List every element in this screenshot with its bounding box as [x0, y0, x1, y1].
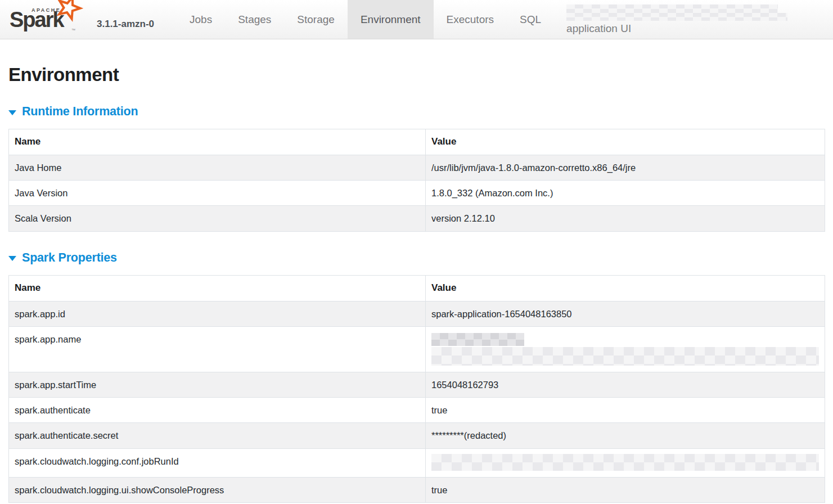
app-title: application UI [566, 0, 787, 39]
table-row: spark.cloudwatch.logging.conf.jobRunId [9, 448, 825, 477]
tab-stages[interactable]: Stages [225, 0, 284, 39]
section-spark-properties: Spark PropertiesNameValuespark.app.idspa… [8, 251, 833, 503]
table-row: Java Home/usr/lib/jvm/java-1.8.0-amazon-… [9, 155, 825, 180]
property-name-cell: spark.app.startTime [9, 372, 426, 397]
page-title: Environment [8, 64, 833, 86]
redacted-app-name [566, 4, 778, 13]
tab-sql[interactable]: SQL [507, 0, 554, 39]
tab-environment[interactable]: Environment [348, 0, 434, 39]
sections-container: Runtime InformationNameValueJava Home/us… [8, 105, 833, 503]
property-name-cell: spark.app.id [9, 301, 426, 326]
table-row: Scala Versionversion 2.12.10 [9, 206, 825, 231]
redacted-value [431, 454, 819, 471]
property-name-cell: Scala Version [9, 206, 426, 231]
section-title: Spark Properties [22, 251, 117, 265]
property-name-cell: spark.app.name [9, 326, 426, 372]
section-runtime-information: Runtime InformationNameValueJava Home/us… [8, 105, 833, 232]
property-value-cell: 1654048162793 [426, 372, 825, 397]
table-row: spark.app.idspark-application-1654048163… [9, 301, 825, 326]
property-name-cell: spark.authenticate.secret [9, 423, 426, 448]
version-label: 3.1.1-amzn-0 [97, 19, 154, 30]
column-header-name: Name [9, 129, 426, 155]
property-name-cell: spark.authenticate [9, 398, 426, 423]
column-header-value: Value [426, 129, 825, 155]
property-name-cell: spark.cloudwatch.logging.ui.showConsoleP… [9, 477, 426, 502]
table-row: spark.authenticate.secret*********(redac… [9, 423, 825, 448]
column-header-value: Value [426, 275, 825, 301]
collapse-arrow-icon [8, 256, 16, 261]
property-value-cell: 1.8.0_332 (Amazon.com Inc.) [426, 181, 825, 206]
spark-star-icon [54, 0, 83, 22]
property-value-cell: *********(redacted) [426, 423, 825, 448]
property-name-cell: Java Version [9, 181, 426, 206]
section-toggle[interactable]: Runtime Information [8, 105, 833, 119]
tab-executors[interactable]: Executors [434, 0, 507, 39]
section-toggle[interactable]: Spark Properties [8, 251, 833, 265]
property-name-cell: Java Home [9, 155, 426, 180]
redacted-value [431, 333, 524, 346]
property-value-cell [426, 326, 825, 372]
collapse-arrow-icon [8, 110, 16, 115]
app-title-suffix: application UI [566, 22, 787, 35]
column-header-name: Name [9, 275, 426, 301]
table-row: spark.cloudwatch.logging.ui.showConsoleP… [9, 477, 825, 502]
tab-jobs[interactable]: Jobs [177, 0, 225, 39]
spark-brand[interactable]: APACHE Spark ™ 3.1.1-amzn-0 [8, 0, 154, 39]
table-row: spark.app.name [9, 326, 825, 372]
env-table: NameValuespark.app.idspark-application-1… [8, 275, 825, 503]
environment-page: Environment Runtime InformationNameValue… [0, 64, 833, 503]
table-row: spark.authenticatetrue [9, 398, 825, 423]
property-value-cell: true [426, 477, 825, 502]
table-row: spark.app.startTime1654048162793 [9, 372, 825, 397]
property-value-cell: true [426, 398, 825, 423]
property-value-cell: version 2.12.10 [426, 206, 825, 231]
property-value-cell [426, 448, 825, 477]
env-table: NameValueJava Home/usr/lib/jvm/java-1.8.… [8, 129, 825, 232]
navbar: APACHE Spark ™ 3.1.1-amzn-0 JobsStagesSt… [0, 0, 833, 39]
redacted-value [431, 347, 819, 366]
tab-storage[interactable]: Storage [284, 0, 348, 39]
section-title: Runtime Information [22, 105, 138, 119]
spark-logo: APACHE Spark ™ [8, 0, 80, 39]
property-value-cell: spark-application-1654048163850 [426, 301, 825, 326]
redacted-app-name-line2 [566, 13, 787, 21]
table-row: Java Version1.8.0_332 (Amazon.com Inc.) [9, 181, 825, 206]
property-name-cell: spark.cloudwatch.logging.conf.jobRunId [9, 448, 426, 477]
property-value-cell: /usr/lib/jvm/java-1.8.0-amazon-corretto.… [426, 155, 825, 180]
nav-tabs: JobsStagesStorageEnvironmentExecutorsSQL [177, 0, 554, 39]
trademark-label: ™ [71, 28, 75, 32]
